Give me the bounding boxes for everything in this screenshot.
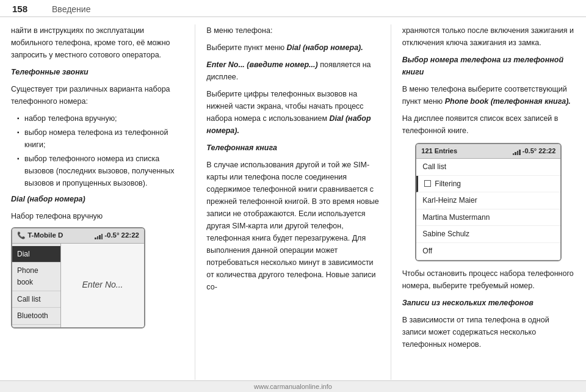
phone1-status-bar: 📞 T-Mobile D -0.5° 22:22 xyxy=(12,228,144,244)
col3-text-2: Чтобы остановить процесс набора телефонн… xyxy=(402,267,575,350)
phone-mockup-1: 📞 T-Mobile D -0.5° 22:22 Dial Phone book… xyxy=(11,227,145,328)
col2-para1: Выберите пункт меню Dial (набор номера). xyxy=(206,42,379,54)
phone1-signal-area: -0.5° 22:22 xyxy=(95,230,139,241)
col1-para3: Набор телефона вручную xyxy=(11,210,184,222)
col3-heading-records: Записи из нескольких телефонов xyxy=(402,297,575,309)
phone2-item-martina[interactable]: Martina Mustermann xyxy=(416,209,560,227)
phone1-temp: -0.5° xyxy=(104,230,119,241)
col1-list: набор телефона вручную; выбор номера тел… xyxy=(11,112,184,189)
page-header: 158 Введение xyxy=(0,0,586,17)
phone1-time: 22:22 xyxy=(121,230,139,241)
phone2-item-karlheinz[interactable]: Karl-Heinz Maier xyxy=(416,192,560,209)
section-title: Введение xyxy=(52,4,90,14)
phone2-time: 22:22 xyxy=(538,146,555,156)
phone1-main: Enter No... xyxy=(61,244,144,327)
col1-para1: найти в инструкциях по эксплуатации моби… xyxy=(11,24,184,61)
column-1: найти в инструкциях по эксплуатации моби… xyxy=(0,24,195,380)
col2-para2: Enter No... (введите номер...) появляетс… xyxy=(206,59,379,83)
phone1-enter-no: Enter No... xyxy=(82,278,123,292)
col1-heading-calls: Телефонные звонки xyxy=(11,66,184,78)
col3-para1: храняются только после включения зажиган… xyxy=(402,24,575,49)
phone1-menu-phonebook[interactable]: Phone book xyxy=(12,263,60,291)
col1-text: найти в инструкциях по эксплуатации моби… xyxy=(11,24,184,222)
page-content: найти в инструкциях по эксплуатации моби… xyxy=(0,17,586,387)
list-item-2: выбор номера телефона из телефонной книг… xyxy=(17,126,184,151)
list-item-3: выбор телефонного номера из списка вызов… xyxy=(17,153,184,189)
phone2-item-off[interactable]: Off xyxy=(416,243,560,260)
phone2-signal-icon xyxy=(513,148,521,155)
page-number: 158 xyxy=(12,4,27,14)
phone2-item-calllist[interactable]: Call list xyxy=(416,159,560,176)
col2-text: В меню телефона: Выберите пункт меню Dia… xyxy=(206,24,379,293)
phone1-menu-calllist[interactable]: Call list xyxy=(12,291,60,308)
column-3: храняются только после включения зажиган… xyxy=(391,24,586,380)
col3-text: храняются только после включения зажиган… xyxy=(402,24,575,137)
phone1-carrier: 📞 T-Mobile D xyxy=(17,230,63,241)
col2-para3: Выберите цифры телефонных вызовов на ниж… xyxy=(206,88,379,137)
list-item-1: набор телефона вручную; xyxy=(17,112,184,125)
col3-para4: Чтобы остановить процесс набора телефонн… xyxy=(402,267,575,292)
phone2-right-status: -0.5° 22:22 xyxy=(513,146,556,156)
phone1-menu-bluetooth[interactable]: Bluetooth xyxy=(12,308,60,325)
signal-bar-icon xyxy=(95,232,103,239)
col3-para5: В зависимости от типа телефона в одной з… xyxy=(402,314,575,350)
footer-url: www.carmanualonline.info xyxy=(254,383,332,390)
phone1-menu-dial[interactable]: Dial xyxy=(12,246,60,263)
col1-para2: Существует три различных варианта набора… xyxy=(11,83,184,107)
col2-heading-phonebook: Телефонная книга xyxy=(206,142,379,154)
phone2-item-sabine[interactable]: Sabine Schulz xyxy=(416,226,560,243)
phone2-list: Call list Filtering Karl-Heinz Maier Mar… xyxy=(416,159,560,260)
col3-heading-select: Выбор номера телефона из телефонной книг… xyxy=(402,54,575,78)
column-2: В меню телефона: Выберите пункт меню Dia… xyxy=(195,24,391,380)
phone1-menu: Dial Phone book Call list Bluetooth xyxy=(12,244,61,327)
col1-heading-dial: Dial (набор номера) xyxy=(11,193,184,205)
col2-intro: В меню телефона: xyxy=(206,24,379,37)
filtering-checkbox[interactable] xyxy=(424,180,431,187)
phone2-entries: 121 Entries xyxy=(421,146,457,156)
phone-mockup-2: 121 Entries -0.5° 22:22 Call list Filter… xyxy=(415,143,562,261)
phone2-temp: -0.5° xyxy=(523,146,537,156)
phone1-body: Dial Phone book Call list Bluetooth Ente… xyxy=(12,244,144,327)
col3-para2: В меню телефона выберите соответствующий… xyxy=(402,83,575,107)
col2-para4: В случае использования другой и той же S… xyxy=(206,159,379,293)
phone2-item-filtering[interactable]: Filtering xyxy=(416,176,560,193)
footer-bar: www.carmanualonline.info xyxy=(0,380,586,392)
phone2-status-bar: 121 Entries -0.5° 22:22 xyxy=(416,144,560,159)
col3-para3: На дисплее появится список всех записей … xyxy=(402,112,575,137)
